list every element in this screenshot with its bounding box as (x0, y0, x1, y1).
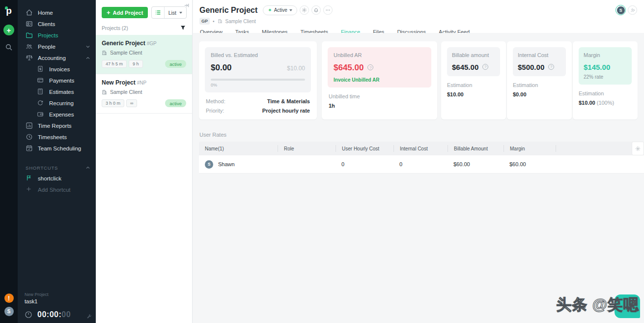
timer-widget: New Project task1 00:00:00 (18, 292, 96, 319)
timer-task-label: task1 (25, 298, 96, 304)
projects-list-panel: + Add Project List Projects (2) Generic … (96, 0, 193, 323)
internal-cost-value: $500.00 (518, 63, 544, 71)
add-shortcut-button[interactable]: Add Shortcut (18, 184, 96, 195)
view-dropdown-label: List (168, 10, 176, 16)
project-code: #GP (147, 41, 157, 46)
status-badge: active (165, 60, 186, 68)
column-name[interactable]: Name(1) (199, 145, 278, 152)
estimation-label: Estimation (447, 82, 500, 88)
projects-count-label: Projects (2) (102, 25, 128, 31)
row-billable-amount: $60.00 (448, 161, 504, 167)
column-role[interactable]: Role (278, 145, 336, 152)
column-internal-cost[interactable]: Internal Cost (393, 145, 448, 152)
sidebar-item-label: Home (38, 10, 53, 16)
project-card-new-project[interactable]: New Project#NP Sample Client 3 h 0 m ∞ a… (96, 74, 192, 114)
column-margin[interactable]: Margin (504, 145, 556, 152)
shortcuts-section-header[interactable]: SHORTCUTS (18, 163, 96, 173)
alert-badge[interactable]: ! (4, 294, 14, 303)
margin-value: $145.00 (584, 63, 610, 71)
home-icon (26, 9, 33, 16)
more-options-icon[interactable] (323, 5, 333, 15)
sidebar-item-timesheets[interactable]: Timesheets (18, 131, 96, 143)
settings-gear-icon[interactable] (300, 5, 309, 15)
add-project-button[interactable]: + Add Project (102, 7, 148, 18)
quick-add-button[interactable]: + (3, 25, 14, 35)
wrench-icon[interactable] (86, 314, 92, 319)
project-card-generic-project[interactable]: Generic Project#GP Sample Client 47 h 5 … (96, 35, 192, 74)
user-rates-table: Name(1) Role User Hourly Cost Internal C… (199, 142, 644, 174)
column-user-hourly-cost[interactable]: User Hourly Cost (336, 145, 393, 152)
sidebar-item-estimates[interactable]: Estimates (18, 86, 96, 97)
project-code: #NP (137, 80, 146, 86)
unbilled-time-value: 1h (329, 103, 430, 109)
sidebar-item-label: Invoices (49, 66, 70, 72)
collapse-panel-icon[interactable] (184, 3, 189, 8)
list-view-icon[interactable] (152, 7, 165, 18)
help-icon[interactable]: ? (367, 64, 373, 70)
notifications-bell-icon[interactable] (311, 5, 321, 15)
search-icon[interactable] (5, 43, 13, 51)
sidebar-item-shortclick[interactable]: shortclick (18, 173, 96, 184)
progress-percent: 0% (211, 83, 305, 88)
sidebar-item-people[interactable]: People (18, 41, 96, 52)
finance-content: Billed vs. Estimated $0.00 $10.00 0% Met… (193, 33, 644, 323)
billed-value: $0.00 (211, 63, 232, 73)
margin-rate: 22% rate (584, 74, 627, 80)
sidebar-item-accounting[interactable]: Accounting (18, 52, 96, 63)
client-name-label: Sample Client (225, 19, 256, 24)
column-billable-amount[interactable]: Billable Amount (448, 145, 504, 152)
member-avatar[interactable]: S (616, 5, 626, 15)
recurring-icon (37, 99, 44, 107)
table-settings-gear-icon[interactable] (632, 142, 644, 155)
card-title: Billable amount (452, 52, 495, 58)
priority-label: Priority: (206, 108, 224, 114)
estimation-label: Estimation (513, 82, 566, 88)
unbilled-ar-card: Unbilled AR $645.00 ? Invoice Unbilled A… (322, 41, 437, 119)
method-label: Method: (206, 98, 225, 104)
sidebar-item-time-reports[interactable]: Time Reports (18, 120, 96, 131)
add-shortcut-label: Add Shortcut (38, 187, 70, 193)
sparkle-icon: ✦ (268, 7, 272, 13)
row-avatar: S (205, 160, 213, 169)
margin-card: Margin $145.00 22% rate Estimation $10.0… (573, 41, 638, 119)
sidebar-item-team-scheduling[interactable]: Team Scheduling (18, 143, 96, 154)
page-title: Generic Project (199, 6, 257, 15)
sidebar-item-projects[interactable]: Projects (18, 29, 96, 41)
help-icon[interactable]: ? (482, 64, 488, 70)
sidebar-item-recurring[interactable]: Recurring (18, 97, 96, 109)
sidebar-item-label: Expenses (49, 112, 74, 117)
sidebar-item-home[interactable]: Home (18, 7, 96, 18)
wallet-icon (37, 111, 44, 118)
calendar-check-icon (26, 145, 33, 152)
add-member-icon[interactable] (628, 5, 637, 15)
shortcuts-header-label: SHORTCUTS (26, 165, 58, 171)
user-avatar[interactable]: S (4, 307, 14, 316)
caret-down-icon (289, 9, 292, 11)
help-icon[interactable]: ? (548, 64, 554, 70)
estimation-value: $0.00 (513, 91, 566, 97)
client-building-icon (102, 50, 107, 56)
internal-cost-card: Internal Cost $500.00 ? Estimation $0.00 (507, 41, 572, 119)
sidebar-item-payments[interactable]: Payments (18, 75, 96, 86)
sidebar-item-clients[interactable]: Clients (18, 18, 96, 29)
sidebar-item-label: Accounting (38, 55, 66, 61)
sidebar-item-label: Timesheets (38, 134, 67, 140)
project-status-dropdown[interactable]: ✦ Active (263, 5, 297, 15)
scales-icon (26, 54, 33, 61)
invoice-unbilled-ar-link[interactable]: Invoice Unbilled AR (334, 77, 425, 83)
sidebar-item-invoices[interactable]: Invoices (18, 63, 96, 75)
filter-icon[interactable] (180, 25, 186, 31)
project-client-label: Sample Client (110, 50, 142, 56)
table-row[interactable]: S Shawn 0 0 $60.00 $60.00 (199, 155, 644, 174)
method-value: Time & Materials (267, 98, 310, 104)
timer-project-label: New Project (25, 292, 96, 297)
unbilled-time-label: Unbilled time (329, 93, 430, 99)
progress-bar (211, 79, 305, 81)
sidebar-item-expenses[interactable]: Expenses (18, 109, 96, 120)
caret-down-icon (179, 12, 182, 14)
sidebar-item-label: Estimates (49, 89, 74, 95)
timer-seconds: 00 (61, 310, 71, 319)
timer-clock-icon[interactable] (25, 311, 32, 319)
view-dropdown[interactable]: List (165, 7, 186, 18)
status-label: Active (274, 7, 287, 13)
